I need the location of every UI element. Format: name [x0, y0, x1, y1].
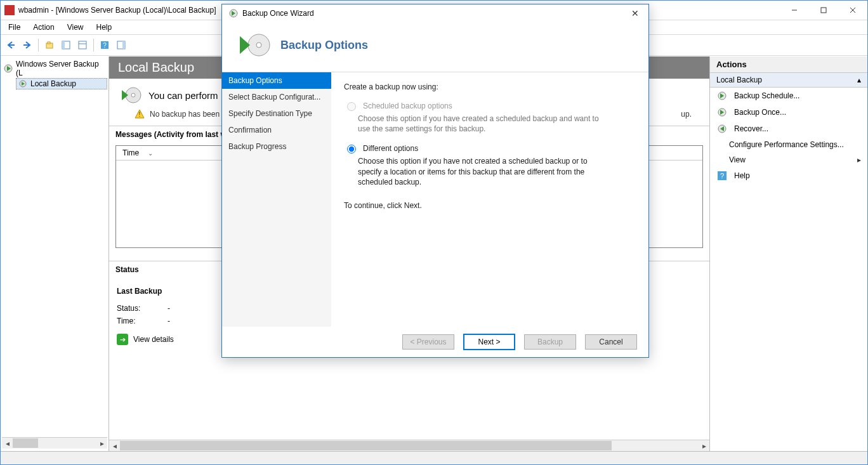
forward-button[interactable]	[20, 37, 35, 53]
backup-button: Backup	[524, 334, 576, 350]
cancel-button[interactable]: Cancel	[585, 334, 637, 350]
menu-help[interactable]: Help	[91, 22, 117, 33]
radio-different-options[interactable]: Different options	[344, 143, 636, 154]
tree-hscrollbar[interactable]: ◂ ▸	[2, 437, 107, 449]
svg-text:?: ?	[720, 172, 724, 180]
help-button[interactable]: ?	[97, 37, 112, 53]
schedule-icon	[716, 91, 728, 101]
wizard-steps: Backup Options Select Backup Configurat.…	[222, 72, 331, 327]
action-backup-schedule[interactable]: Backup Schedule...	[710, 88, 867, 104]
actions-group-label: Local Backup	[716, 75, 762, 84]
up-button[interactable]	[42, 37, 57, 53]
statusbar	[1, 451, 867, 464]
backup-media-icon	[119, 86, 142, 104]
sort-indicator-icon: ⌄	[148, 150, 153, 157]
continue-text: To continue, click Next.	[344, 201, 636, 210]
toolbar-separator	[93, 39, 94, 51]
dialog-titlebar: Backup Once Wizard ✕	[222, 4, 648, 22]
wizard-icon	[228, 8, 239, 18]
actions-title: Actions	[710, 56, 867, 73]
action-label: Recover...	[734, 124, 768, 133]
action-label: Help	[734, 171, 750, 180]
menu-view[interactable]: View	[62, 22, 89, 33]
action-configure-performance[interactable]: Configure Performance Settings...	[710, 137, 867, 152]
properties-button[interactable]	[75, 37, 90, 53]
actions-group-header[interactable]: Local Backup▴	[710, 73, 867, 88]
step-confirmation[interactable]: Confirmation	[222, 122, 331, 138]
recover-icon	[716, 124, 728, 134]
status-value: -	[168, 304, 170, 313]
help-icon: ?	[716, 171, 728, 181]
svg-rect-10	[79, 41, 86, 49]
action-recover[interactable]: Recover...	[710, 121, 867, 137]
tree-pane: Windows Server Backup (L Local Backup ◂ …	[1, 56, 109, 451]
toolbar-separator	[38, 39, 39, 51]
next-button[interactable]: Next >	[463, 334, 515, 350]
svg-text:!: !	[139, 111, 141, 118]
status-label: Status:	[117, 304, 148, 313]
once-icon	[716, 107, 728, 117]
radio-scheduled-label: Scheduled backup options	[363, 102, 452, 110]
center-hscrollbar[interactable]: ◂ ▸	[109, 440, 709, 451]
dialog-close-button[interactable]: ✕	[624, 6, 646, 20]
tree-child-label: Local Backup	[30, 79, 76, 88]
arrow-right-icon: ➔	[117, 334, 128, 345]
server-backup-icon	[3, 63, 13, 74]
intro-text: Create a backup now using:	[344, 82, 636, 91]
minimize-button[interactable]	[780, 1, 809, 20]
refresh-button[interactable]	[114, 37, 129, 53]
action-label: Backup Schedule...	[734, 91, 799, 100]
radio-scheduled-options: Scheduled backup options	[344, 100, 636, 111]
dialog-buttons: < Previous Next > Backup Cancel	[222, 327, 648, 357]
scroll-left-icon[interactable]: ◂	[2, 438, 13, 448]
svg-rect-9	[62, 41, 65, 49]
svg-rect-1	[821, 8, 826, 13]
step-backup-options[interactable]: Backup Options	[222, 72, 331, 89]
previous-button: < Previous	[402, 334, 454, 350]
col-time[interactable]: Time⌄	[116, 146, 157, 160]
action-backup-once[interactable]: Backup Once...	[710, 104, 867, 121]
scroll-left-icon[interactable]: ◂	[109, 441, 120, 450]
step-backup-progress[interactable]: Backup Progress	[222, 138, 331, 155]
menu-file[interactable]: File	[3, 22, 25, 33]
scroll-right-icon[interactable]: ▸	[699, 441, 709, 450]
menu-action[interactable]: Action	[28, 22, 59, 33]
svg-rect-7	[48, 42, 50, 44]
radio-different-label: Different options	[363, 144, 418, 153]
maximize-button[interactable]	[809, 1, 838, 20]
dialog-content: Create a backup now using: Scheduled bac…	[331, 72, 648, 327]
collapse-icon: ▴	[857, 75, 861, 84]
svg-point-28	[256, 43, 261, 48]
time-value: -	[168, 317, 170, 325]
chevron-right-icon: ▸	[857, 155, 861, 164]
actions-pane: Actions Local Backup▴ Backup Schedule...…	[709, 56, 867, 451]
radio-different-input[interactable]	[347, 145, 356, 154]
tree-child-local-backup[interactable]: Local Backup	[16, 78, 107, 89]
dialog-title: Backup Once Wizard	[242, 9, 624, 18]
svg-rect-15	[122, 41, 125, 49]
tree-root-label: Windows Server Backup (L	[16, 60, 106, 77]
radio-scheduled-input	[347, 102, 356, 111]
time-label: Time:	[117, 317, 148, 325]
action-help[interactable]: ?Help	[710, 167, 867, 184]
close-button[interactable]	[838, 1, 867, 20]
warning-icon: !	[135, 109, 145, 119]
view-details-label: View details	[133, 335, 174, 344]
svg-text:?: ?	[103, 42, 107, 49]
show-hide-tree-button[interactable]	[58, 37, 74, 53]
step-destination-type[interactable]: Specify Destination Type	[222, 105, 331, 122]
tree-root[interactable]: Windows Server Backup (L	[2, 59, 107, 78]
back-button[interactable]	[3, 37, 18, 53]
dialog-heading: Backup Options	[280, 39, 368, 52]
svg-point-19	[131, 93, 135, 97]
warn-tail: up.	[681, 110, 692, 119]
radio-different-desc: Choose this option if you have not creat…	[358, 156, 599, 187]
step-select-config[interactable]: Select Backup Configurat...	[222, 89, 331, 105]
action-view[interactable]: View▸	[710, 152, 867, 167]
backup-media-icon	[237, 31, 270, 59]
warn-text: No backup has been co	[150, 110, 230, 119]
backup-once-wizard-dialog: Backup Once Wizard ✕ Backup Options Back…	[221, 4, 649, 358]
radio-scheduled-desc: Choose this option if you have created a…	[358, 114, 599, 134]
scroll-right-icon[interactable]: ▸	[96, 438, 107, 448]
action-label: Backup Once...	[734, 108, 786, 117]
